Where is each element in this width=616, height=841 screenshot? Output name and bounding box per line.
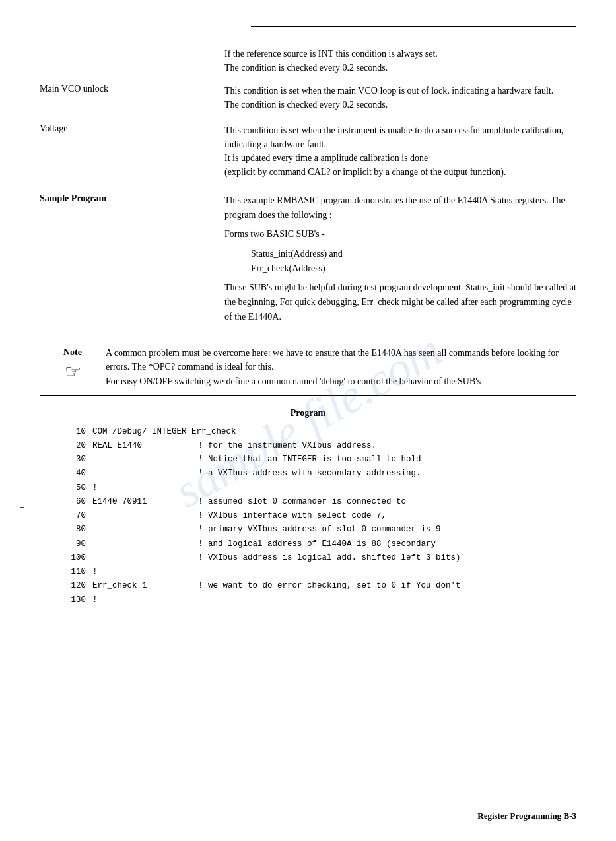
note-label: Note [63,347,82,358]
code-line-90: 90 ! and logical address of E1440A is 88… [66,537,576,551]
sample-program-intro: This example RMBASIC program demonstrate… [224,193,576,222]
code-line-50: 50 ! [66,481,576,495]
sample-program-label: Sample Program [40,193,224,329]
line-comment-40: ! a VXIbus address with secondary addres… [198,467,576,481]
line-stmt-10: COM /Debug/ INTEGER Err_check [92,425,243,439]
main-vco-row: Main VCO unlock This condition is set wh… [40,84,576,112]
line-comment-90: ! and logical address of E1440A is 88 (s… [198,537,576,551]
line-stmt-60: E1440=70911 [92,495,198,509]
line-comment-20: ! for the instrument VXIbus address. [198,439,576,453]
code-line-60: 60 E1440=70911 ! assumed slot 0 commande… [66,495,576,509]
line-stmt-20: REAL E1440 [92,439,198,453]
note-label-area: Note ☞ [40,346,106,382]
top-rule [251,26,576,27]
sample-program-forms: Forms two BASIC SUB's - [224,227,576,242]
line-num-50: 50 [66,481,92,495]
code-block: 10 COM /Debug/ INTEGER Err_check 20 REAL… [66,425,576,607]
main-vco-label: Main VCO unlock [40,84,224,112]
code-line-10: 10 COM /Debug/ INTEGER Err_check [66,425,576,439]
footer-text: Register Programming B-3 [477,811,576,821]
footer: Register Programming B-3 [477,811,576,821]
line-num-80: 80 [66,523,92,537]
line-num-130: 130 [66,593,92,607]
sample-program-subs: Status_init(Address) and Err_check(Addre… [224,247,576,275]
line-num-20: 20 [66,439,92,453]
line-comment-70: ! VXIbus interface with select code 7, [198,509,576,523]
line-num-120: 120 [66,579,92,593]
line-comment-30: ! Notice that an INTEGER is too small to… [198,453,576,467]
line-num-110: 110 [66,565,92,579]
page: sample file.com If the reference source … [0,0,616,841]
code-line-80: 80 ! primary VXIbus address of slot 0 co… [66,523,576,537]
code-line-100: 100 ! VXIbus address is logical add. shi… [66,551,576,565]
int-condition-label [40,47,224,75]
sample-program-heading: Sample Program [40,193,106,203]
line-num-70: 70 [66,509,92,523]
line-comment-80: ! primary VXIbus address of slot 0 comma… [198,523,576,537]
code-line-30: 30 ! Notice that an INTEGER is too small… [66,453,576,467]
code-line-20: 20 REAL E1440 ! for the instrument VXIbu… [66,439,576,453]
note-icon: ☞ [65,360,81,382]
line-num-60: 60 [66,495,92,509]
voltage-label: Voltage [40,123,224,179]
line-num-90: 90 [66,537,92,551]
line-stmt-110: ! [92,565,198,579]
voltage-text: This condition is set when the instrumen… [224,123,576,179]
line-stmt-50: ! [92,481,198,495]
margin-dash-1: – [20,125,24,136]
line-num-40: 40 [66,467,92,481]
int-condition-row: If the reference source is INT this cond… [40,47,576,75]
margin-dash-2: – [20,502,24,512]
code-line-40: 40 ! a VXIbus address with secondary add… [66,467,576,481]
code-line-120: 120 Err_check=1 ! we want to do error ch… [66,579,576,593]
note-content: A common problem must be overcome here: … [106,346,576,389]
code-line-130: 130 ! [66,593,576,607]
code-line-70: 70 ! VXIbus interface with select code 7… [66,509,576,523]
voltage-row: Voltage This condition is set when the i… [40,123,576,179]
program-header: Program [40,408,576,419]
code-line-110: 110 ! [66,565,576,579]
line-num-10: 10 [66,425,92,439]
line-stmt-120: Err_check=1 [92,579,198,593]
line-num-30: 30 [66,453,92,467]
line-num-100: 100 [66,551,92,565]
line-comment-120: ! we want to do error checking, set to 0… [198,579,576,593]
line-comment-60: ! assumed slot 0 commander is connected … [198,495,576,509]
int-condition-text: If the reference source is INT this cond… [224,47,576,75]
sample-program-content: This example RMBASIC program demonstrate… [224,193,576,329]
line-stmt-130: ! [92,593,198,607]
sample-program-desc: These SUB's might be helpful during test… [224,281,576,323]
note-section: Note ☞ A common problem must be overcome… [40,339,576,396]
main-vco-text: This condition is set when the main VCO … [224,84,576,112]
sample-program-row: Sample Program This example RMBASIC prog… [40,193,576,329]
line-comment-100: ! VXIbus address is logical add. shifted… [198,551,576,565]
